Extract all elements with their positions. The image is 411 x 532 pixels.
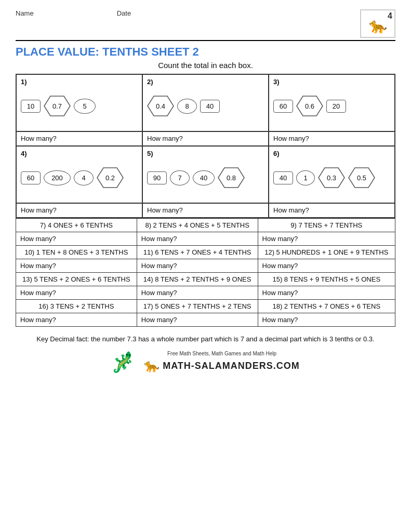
how-many-3: How many? <box>269 132 395 147</box>
name-date-area: Name Date <box>16 9 131 17</box>
logo-animal-icon: 🐆 <box>369 17 387 34</box>
answer-9: How many? <box>258 232 395 246</box>
subtitle: Count the total in each box. <box>16 61 395 70</box>
shape-rect: 40 <box>200 100 220 113</box>
shape-hex: 0.6 <box>296 95 323 117</box>
problem-13: 13) 5 TENS + 2 ONES + 6 TENTHS <box>16 273 137 286</box>
shape-rect: 90 <box>147 171 167 184</box>
box-2: 2) 0.4 8 40 <box>143 75 269 132</box>
shape-oval: 1 <box>296 170 315 185</box>
key-fact: Key Decimal fact: the number 7.3 has a w… <box>16 334 395 344</box>
answer-12: How many? <box>258 259 395 273</box>
logo-number: 4 <box>388 11 392 21</box>
gecko-icon: 🦎 <box>111 351 136 374</box>
how-many-1: How many? <box>17 132 143 147</box>
shape-hex: 0.8 <box>218 167 245 189</box>
shape-hex: 0.4 <box>147 95 174 117</box>
answer-13: How many? <box>16 286 137 300</box>
shape-hex: 0.3 <box>318 167 345 189</box>
how-many-5: How many? <box>143 204 269 218</box>
problem-16: 16) 3 TENS + 2 TENTHS <box>16 300 137 313</box>
word-problems-table: 7) 4 ONES + 6 TENTHS 8) 2 TENS + 4 ONES … <box>16 218 395 327</box>
problem-7: 7) 4 ONES + 6 TENTHS <box>16 219 137 232</box>
shape-hex: 0.2 <box>97 167 124 189</box>
box-4: 4) 60 200 4 0.2 <box>17 147 143 204</box>
problem-14: 14) 8 TENS + 2 TENTHS + 9 ONES <box>137 273 258 286</box>
problem-11: 11) 6 TENS + 7 ONES + 4 TENTHS <box>137 246 258 259</box>
answer-17: How many? <box>137 313 258 327</box>
name-label: Name <box>16 9 34 17</box>
box-1-num: 1) <box>21 78 138 86</box>
shape-oval: 7 <box>170 170 190 185</box>
box-4-shapes: 60 200 4 0.2 <box>21 159 138 196</box>
answer-8: How many? <box>137 232 258 246</box>
box-3: 3) 60 0.6 20 <box>269 75 395 132</box>
logo-box: 4 🐆 <box>360 9 395 38</box>
box-6-shapes: 40 1 0.3 0.5 <box>273 159 390 196</box>
date-label: Date <box>117 9 131 17</box>
picture-boxes-grid: 1) 10 0.7 5 2) 0.4 8 40 3) 60 <box>16 74 395 218</box>
box-3-num: 3) <box>273 78 390 86</box>
footer-tagline: Free Math Sheets, Math Games and Math He… <box>144 351 300 356</box>
problem-12: 12) 5 HUNDREDS + 1 ONE + 9 TENTHS <box>258 246 395 259</box>
answer-14: How many? <box>137 286 258 300</box>
box-4-num: 4) <box>21 150 138 157</box>
footer-brand: MATH-SALAMANDERS.COM <box>163 361 300 371</box>
box-6-num: 6) <box>273 150 390 157</box>
shape-hex: 0.7 <box>44 95 71 117</box>
answer-7: How many? <box>16 232 137 246</box>
shape-oval: 5 <box>74 99 96 114</box>
box-5-num: 5) <box>147 150 264 157</box>
problem-17: 17) 5 ONES + 7 TENTHS + 2 TENS <box>137 300 258 313</box>
answer-15: How many? <box>258 286 395 300</box>
answer-18: How many? <box>258 313 395 327</box>
problem-10: 10) 1 TEN + 8 ONES + 3 TENTHS <box>16 246 137 259</box>
shape-oval: 4 <box>74 170 94 185</box>
answer-11: How many? <box>137 259 258 273</box>
shape-rect: 10 <box>21 100 41 113</box>
box-2-shapes: 0.4 8 40 <box>147 88 264 124</box>
box-6: 6) 40 1 0.3 0.5 <box>269 147 395 204</box>
answer-16: How many? <box>16 313 137 327</box>
shape-rect: 60 <box>21 171 41 184</box>
box-5-shapes: 90 7 40 0.8 <box>147 159 264 196</box>
problem-18: 18) 2 TENTHS + 7 ONES + 6 TENS <box>258 300 395 313</box>
shape-rect: 60 <box>273 100 293 113</box>
footer-logo-animal-icon: 🐆 <box>144 358 160 373</box>
answer-10: How many? <box>16 259 137 273</box>
how-many-2: How many? <box>143 132 269 147</box>
box-2-num: 2) <box>147 78 264 86</box>
page-title: PLACE VALUE: TENTHS SHEET 2 <box>16 45 395 59</box>
box-3-shapes: 60 0.6 20 <box>273 88 390 124</box>
box-5: 5) 90 7 40 0.8 <box>143 147 269 204</box>
shape-rect: 20 <box>326 100 346 113</box>
shape-oval: 8 <box>177 99 197 114</box>
how-many-6: How many? <box>269 204 395 218</box>
how-many-4: How many? <box>17 204 143 218</box>
shape-hex: 0.5 <box>348 167 375 189</box>
shape-oval: 40 <box>193 170 215 185</box>
shape-oval: 200 <box>44 170 71 185</box>
top-bar: Name Date 4 🐆 <box>16 9 395 41</box>
problem-15: 15) 8 TENS + 9 TENTHS + 5 ONES <box>258 273 395 286</box>
problem-8: 8) 2 TENS + 4 ONES + 5 TENTHS <box>137 219 258 232</box>
problem-9: 9) 7 TENS + 7 TENTHS <box>258 219 395 232</box>
shape-rect: 40 <box>273 171 293 184</box>
footer: 🦎 Free Math Sheets, Math Games and Math … <box>16 351 395 374</box>
box-1: 1) 10 0.7 5 <box>17 75 143 132</box>
box-1-shapes: 10 0.7 5 <box>21 88 138 124</box>
